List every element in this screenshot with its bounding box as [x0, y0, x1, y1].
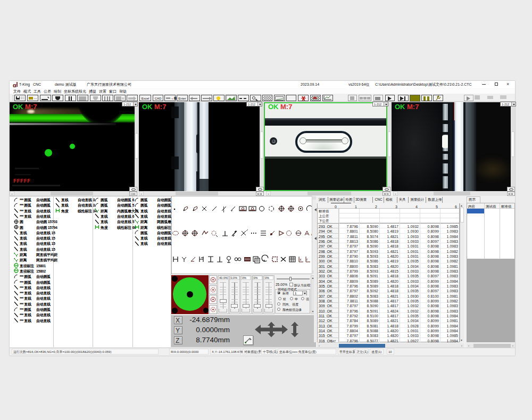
svg-text:x: x — [300, 258, 302, 261]
svg-text:r: r — [306, 258, 308, 261]
